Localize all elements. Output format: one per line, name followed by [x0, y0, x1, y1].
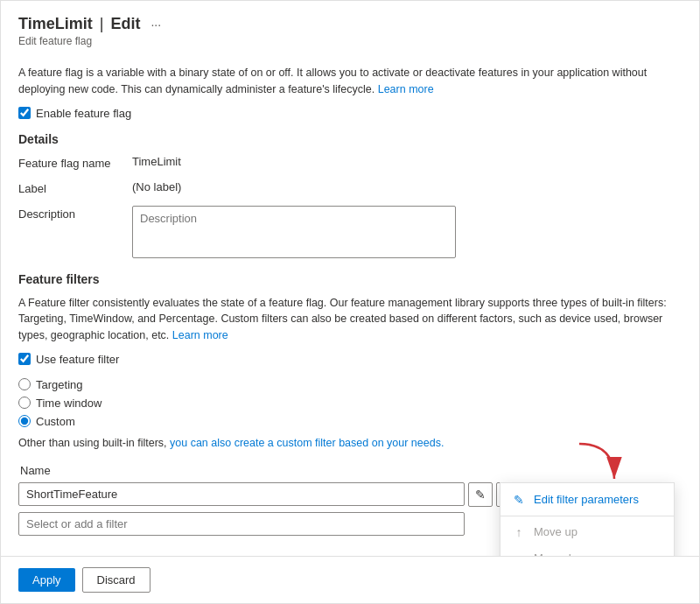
context-menu-move-down: ↓ Move down	[500, 545, 674, 557]
feature-flag-name-value: TimeLimit	[132, 155, 181, 168]
intro-description: A feature flag is a variable with a bina…	[18, 65, 682, 98]
footer: Apply Discard	[1, 556, 699, 603]
feature-filters-learn-more-link[interactable]: Learn more	[172, 329, 228, 341]
description-textarea[interactable]	[132, 206, 456, 258]
move-down-icon: ↓	[511, 551, 527, 557]
targeting-radio[interactable]	[18, 378, 31, 390]
custom-filter-description: Other than using built-in filters, you c…	[18, 435, 682, 452]
label-field-label: Label	[18, 180, 132, 195]
details-section: Details Feature flag name TimeLimit Labe…	[18, 132, 682, 258]
description-row: Description	[18, 206, 682, 258]
menu-divider-1	[500, 516, 674, 516]
page-title-main: TimeLimit	[18, 15, 93, 33]
filter-area: Name ✎ ···	[18, 464, 682, 536]
time-window-radio-label: Time window	[36, 397, 102, 410]
title-row: TimeLimit | Edit ···	[18, 15, 682, 33]
use-feature-filter-checkbox[interactable]	[18, 353, 31, 365]
context-menu-move-up: ↑ Move up	[500, 519, 674, 545]
move-down-label: Move down	[534, 551, 592, 556]
feature-filters-description: A Feature filter consistently evaluates …	[18, 295, 682, 344]
filter-add-input[interactable]	[18, 512, 465, 536]
custom-radio[interactable]	[18, 415, 31, 427]
more-options-button[interactable]: ···	[147, 16, 164, 33]
discard-button[interactable]: Discard	[82, 567, 150, 593]
enable-feature-flag-checkbox[interactable]	[18, 107, 31, 119]
page-title-edit: Edit	[110, 15, 140, 33]
custom-filter-link[interactable]: you can also create a custom filter base…	[170, 437, 444, 449]
apply-button[interactable]: Apply	[18, 568, 75, 592]
label-row: Label (No label)	[18, 180, 682, 195]
enable-feature-flag-row: Enable feature flag	[18, 107, 682, 120]
time-window-radio-row: Time window	[18, 397, 682, 410]
page-container: TimeLimit | Edit ··· Edit feature flag A…	[0, 0, 700, 604]
description-label: Description	[18, 206, 132, 221]
use-feature-filter-row: Use feature filter	[18, 353, 682, 366]
filter-edit-button[interactable]: ✎	[468, 482, 493, 507]
details-section-title: Details	[18, 132, 682, 146]
label-field-value: (No label)	[132, 180, 181, 193]
filter-name-input[interactable]	[18, 482, 465, 506]
name-field-label: Name	[18, 464, 682, 477]
feature-filters-section: Feature filters A Feature filter consist…	[18, 272, 682, 536]
feature-flag-name-row: Feature flag name TimeLimit	[18, 155, 682, 170]
filter-input-row: ✎ ···	[18, 482, 682, 507]
context-menu: ✎ Edit filter parameters ↑ Move up ↓ Mov…	[500, 482, 675, 557]
edit-filter-params-icon: ✎	[511, 493, 527, 507]
context-menu-edit-filter-params[interactable]: ✎ Edit filter parameters	[500, 487, 674, 513]
use-feature-filter-label: Use feature filter	[36, 353, 119, 366]
move-up-label: Move up	[534, 525, 578, 538]
edit-filter-params-label: Edit filter parameters	[534, 493, 639, 506]
targeting-radio-label: Targeting	[36, 378, 82, 391]
time-window-radio[interactable]	[18, 397, 31, 409]
content-area: A feature flag is a variable with a bina…	[1, 65, 699, 556]
targeting-radio-row: Targeting	[18, 378, 682, 391]
title-separator: |	[100, 15, 104, 33]
intro-learn-more-link[interactable]: Learn more	[378, 83, 434, 95]
feature-flag-name-label: Feature flag name	[18, 155, 132, 170]
feature-filters-title: Feature filters	[18, 272, 682, 286]
custom-radio-row: Custom	[18, 415, 682, 428]
move-up-icon: ↑	[511, 525, 527, 539]
page-subtitle: Edit feature flag	[18, 35, 682, 47]
header: TimeLimit | Edit ··· Edit feature flag	[1, 1, 699, 65]
custom-radio-label: Custom	[36, 415, 75, 428]
enable-feature-flag-label: Enable feature flag	[36, 107, 131, 120]
